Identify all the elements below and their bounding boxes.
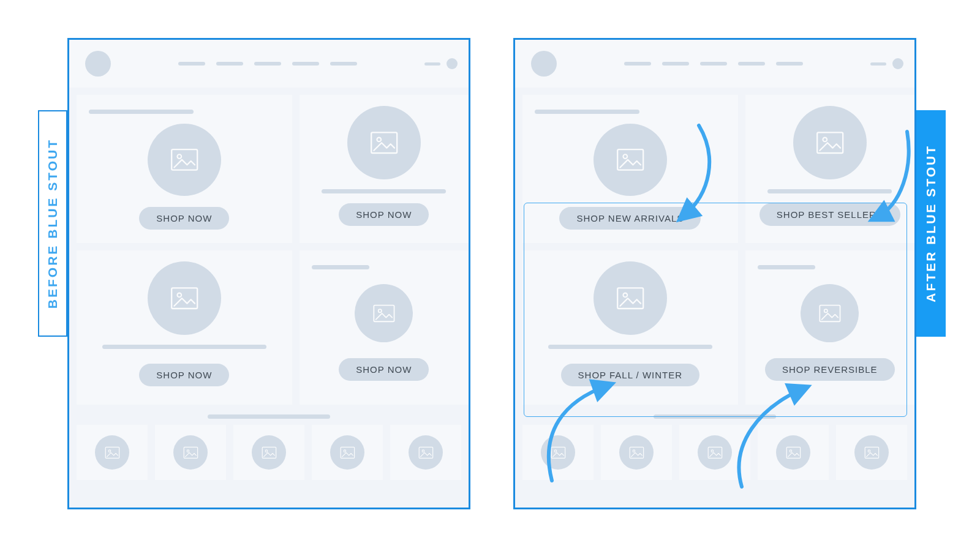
header-bar	[870, 62, 886, 66]
image-icon	[854, 435, 889, 470]
image-icon	[330, 435, 364, 470]
category-card: SHOP NOW	[300, 250, 469, 405]
logo-placeholder	[85, 51, 111, 77]
caption-placeholder	[767, 189, 892, 193]
shop-button[interactable]: SHOP NOW	[139, 207, 229, 230]
image-icon	[252, 435, 286, 470]
category-card: SHOP NEW ARRIVALS	[522, 95, 738, 243]
category-card: SHOP BEST SELLERS	[745, 95, 914, 243]
section-divider	[208, 414, 330, 419]
category-grid: SHOP NEW ARRIVALS SHOP BEST SELLERS SHOP…	[515, 88, 914, 412]
nav-placeholder	[124, 62, 411, 66]
category-grid: SHOP NOW SHOP NOW SHOP NOW SHOP NOW	[69, 88, 469, 412]
caption-placeholder	[322, 189, 446, 193]
header-actions	[870, 58, 903, 69]
thumbnail	[233, 425, 304, 480]
thumbnail	[679, 425, 750, 480]
image-icon	[148, 261, 221, 335]
caption-placeholder	[102, 345, 266, 349]
image-icon	[594, 261, 667, 335]
thumbnail-strip	[515, 425, 914, 480]
heading-placeholder	[535, 110, 639, 114]
shop-button[interactable]: SHOP NOW	[339, 203, 429, 226]
header-actions	[424, 58, 458, 69]
image-icon	[793, 106, 867, 179]
site-header	[515, 40, 914, 88]
logo-placeholder	[531, 51, 557, 77]
header-dot	[892, 58, 903, 69]
category-card: SHOP NOW	[300, 95, 469, 243]
caption-placeholder	[548, 345, 712, 349]
image-icon	[355, 284, 413, 342]
before-label-tab: BEFORE BLUE STOUT	[38, 110, 67, 337]
shop-reversible-button[interactable]: SHOP REVERSIBLE	[765, 358, 895, 381]
after-label-tab: AFTER BLUE STOUT	[916, 110, 946, 337]
thumbnail	[522, 425, 594, 480]
image-icon	[148, 124, 221, 196]
category-card: SHOP NOW	[77, 95, 292, 243]
thumbnail	[390, 425, 461, 480]
nav-placeholder	[570, 62, 857, 66]
category-card: SHOP REVERSIBLE	[745, 250, 914, 405]
category-card: SHOP NOW	[77, 250, 292, 405]
shop-fall-winter-button[interactable]: SHOP FALL / WINTER	[561, 364, 700, 386]
image-icon	[698, 435, 732, 470]
image-icon	[594, 124, 667, 196]
thumbnail	[601, 425, 672, 480]
before-label-text: BEFORE BLUE STOUT	[45, 138, 60, 309]
shop-new-arrivals-button[interactable]: SHOP NEW ARRIVALS	[559, 207, 701, 230]
heading-placeholder	[758, 265, 816, 269]
thumbnail	[312, 425, 383, 480]
thumbnail-strip	[69, 425, 469, 480]
thumbnail	[758, 425, 829, 480]
category-card: SHOP FALL / WINTER	[522, 250, 738, 405]
heading-placeholder	[312, 265, 370, 269]
image-icon	[801, 284, 859, 342]
shop-best-sellers-button[interactable]: SHOP BEST SELLERS	[760, 203, 900, 226]
before-frame: SHOP NOW SHOP NOW SHOP NOW SHOP NOW	[67, 38, 470, 509]
image-icon	[95, 435, 129, 470]
site-header	[69, 40, 469, 88]
after-label-text: AFTER BLUE STOUT	[924, 144, 938, 302]
after-frame: SHOP NEW ARRIVALS SHOP BEST SELLERS SHOP…	[513, 38, 916, 509]
image-icon	[409, 435, 443, 470]
image-icon	[541, 435, 575, 470]
thumbnail	[77, 425, 148, 480]
section-divider	[654, 414, 776, 419]
shop-button[interactable]: SHOP NOW	[139, 364, 229, 386]
image-icon	[347, 106, 421, 179]
heading-placeholder	[89, 110, 194, 114]
image-icon	[619, 435, 654, 470]
image-icon	[173, 435, 208, 470]
shop-button[interactable]: SHOP NOW	[339, 358, 429, 381]
header-bar	[424, 62, 440, 66]
image-icon	[776, 435, 810, 470]
thumbnail	[155, 425, 226, 480]
header-dot	[447, 58, 458, 69]
thumbnail	[836, 425, 907, 480]
